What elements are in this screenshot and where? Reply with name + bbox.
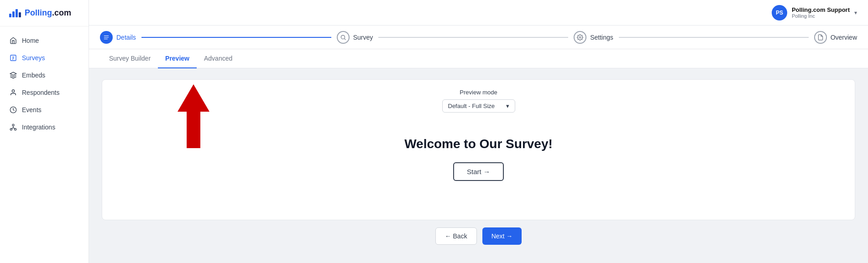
svg-rect-13 [104, 35, 109, 36]
tab-advanced[interactable]: Advanced [197, 49, 240, 68]
back-button[interactable]: ← Back [435, 227, 477, 245]
red-arrow-icon [175, 84, 212, 148]
annotation-arrow [175, 84, 212, 148]
svg-point-7 [12, 124, 14, 126]
welcome-title: Welcome to Our Survey! [404, 137, 553, 151]
sidebar-item-home[interactable]: Home [0, 32, 89, 49]
svg-line-11 [11, 128, 13, 129]
user-name: Polling.com Support [792, 6, 850, 13]
preview-mode-dropdown[interactable]: Default - Full Size ▾ [442, 99, 515, 113]
preview-mode-label: Preview mode [460, 89, 497, 96]
embeds-icon [9, 71, 17, 79]
preview-mode-selector: Preview mode Default - Full Size ▾ [442, 89, 515, 113]
step-overview-circle [814, 31, 827, 44]
user-name-block: Polling.com Support Polling Inc [792, 6, 850, 19]
step-line-3 [619, 37, 809, 38]
step-details[interactable]: Details [100, 31, 136, 44]
sidebar-item-label-integrations: Integrations [22, 124, 55, 131]
step-survey-label: Survey [353, 34, 373, 41]
step-overview-label: Overview [831, 34, 857, 41]
step-settings[interactable]: Settings [574, 31, 613, 44]
sidebar-item-label-home: Home [22, 37, 39, 44]
svg-rect-14 [104, 37, 109, 37]
svg-marker-4 [10, 72, 16, 75]
svg-rect-15 [104, 38, 108, 39]
svg-line-17 [344, 38, 345, 40]
step-details-circle [100, 31, 113, 44]
svg-point-16 [341, 35, 345, 39]
logo-text: Polling.com [25, 8, 71, 18]
surveys-icon [9, 54, 17, 62]
logo-icon [9, 9, 21, 17]
respondents-icon [9, 88, 17, 97]
sidebar-item-integrations[interactable]: Integrations [0, 119, 89, 136]
preview-mode-value: Default - Full Size [448, 103, 495, 109]
logo: Polling.com [0, 0, 89, 26]
home-icon [9, 36, 17, 45]
nav: Home Surveys Embeds Respondents Events [0, 26, 89, 141]
avatar: PS [772, 5, 787, 21]
dropdown-chevron-icon: ▾ [506, 103, 509, 109]
user-company: Polling Inc [792, 13, 850, 19]
svg-point-5 [12, 90, 14, 92]
step-line-1 [141, 37, 331, 38]
step-line-2 [378, 37, 568, 38]
content-area: Survey Builder Preview Advanced Preview … [89, 49, 868, 263]
user-menu[interactable]: PS Polling.com Support Polling Inc ▾ [772, 5, 857, 21]
tab-preview[interactable]: Preview [158, 49, 197, 68]
events-icon [9, 106, 17, 114]
welcome-content: Welcome to Our Survey! Start → [404, 137, 553, 181]
sidebar: Polling.com Home Surveys Embeds Responde… [0, 0, 89, 263]
svg-point-18 [579, 36, 581, 38]
sidebar-item-events[interactable]: Events [0, 101, 89, 119]
preview-container: Preview mode Default - Full Size ▾ Welco… [89, 68, 868, 263]
sidebar-item-respondents[interactable]: Respondents [0, 84, 89, 101]
step-survey-circle [337, 31, 350, 44]
sidebar-item-label-surveys: Surveys [22, 54, 45, 62]
svg-marker-19 [178, 84, 209, 148]
sidebar-item-label-events: Events [22, 106, 42, 113]
step-settings-label: Settings [590, 34, 613, 41]
step-overview[interactable]: Overview [814, 31, 857, 44]
step-details-label: Details [116, 34, 136, 41]
preview-card: Preview mode Default - Full Size ▾ Welco… [102, 79, 855, 220]
integrations-icon [9, 123, 17, 131]
chevron-down-icon: ▾ [854, 10, 857, 16]
step-survey[interactable]: Survey [337, 31, 373, 44]
svg-line-12 [13, 128, 16, 129]
start-button[interactable]: Start → [453, 162, 504, 181]
top-header: PS Polling.com Support Polling Inc ▾ [89, 0, 868, 26]
next-button[interactable]: Next → [482, 227, 522, 245]
sidebar-item-label-respondents: Respondents [22, 89, 60, 96]
main-content: PS Polling.com Support Polling Inc ▾ Det… [89, 0, 868, 263]
sub-tabs: Survey Builder Preview Advanced [89, 49, 868, 68]
sidebar-item-embeds[interactable]: Embeds [0, 67, 89, 84]
sidebar-item-label-embeds: Embeds [22, 72, 45, 79]
steps-bar: Details Survey Settings Overview [89, 26, 868, 49]
bottom-navigation: ← Back Next → [102, 220, 855, 252]
tab-survey-builder[interactable]: Survey Builder [102, 49, 158, 68]
sidebar-item-surveys[interactable]: Surveys [0, 49, 89, 67]
step-settings-circle [574, 31, 586, 44]
